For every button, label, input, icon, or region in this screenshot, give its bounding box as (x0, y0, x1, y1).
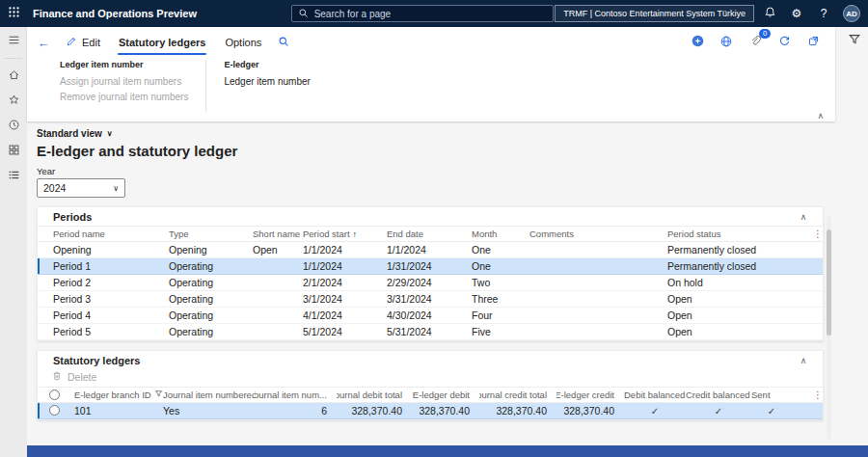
cell-last-journal-item-number: 6 (256, 405, 337, 417)
statutory-grid: E-ledger branch ID Journal item numbered… (38, 387, 823, 419)
search-input[interactable] (314, 9, 547, 19)
period-row[interactable]: Opening Opening Open 1/1/2024 1/1/2024 O… (38, 242, 823, 258)
col-short-name[interactable]: Short name (253, 228, 303, 239)
edit-button[interactable]: Edit (58, 31, 108, 54)
select-all-radio[interactable] (49, 390, 60, 400)
cell-period-name: Period 5 (53, 326, 169, 337)
app-window: Finance and Operations Preview TRMF | Co… (0, 0, 868, 457)
col-journal-debit-total[interactable]: Journal debit total (337, 390, 412, 400)
action-pane-search-button[interactable] (272, 31, 295, 54)
col-period-name[interactable]: Period name (53, 228, 169, 239)
cell-journal-debit-total: 328,370.40 (337, 405, 412, 417)
col-e-ledger-credit[interactable]: E-ledger credit (556, 390, 624, 400)
row-select-cell[interactable] (49, 405, 74, 417)
sidebar-item-workspaces[interactable] (2, 141, 25, 161)
year-field: Year 2024 ∨ (37, 166, 824, 198)
environment-badge[interactable]: TRMF | Contoso Entertainment System Türk… (555, 5, 754, 22)
delete-button[interactable]: Delete (51, 370, 96, 384)
col-journal-credit-total[interactable]: Journal credit total (479, 390, 556, 400)
col-type[interactable]: Type (169, 228, 253, 239)
statutory-grid-header: E-ledger branch ID Journal item numbered… (38, 387, 823, 403)
settings-button[interactable]: ⚙ (785, 2, 808, 25)
action-pane-tab-row: ← Edit Statutory ledgers Options (31, 29, 827, 56)
col-e-ledger-branch-id[interactable]: E-ledger branch ID (74, 390, 163, 400)
col-month[interactable]: Month (472, 228, 529, 239)
col-last-journal-item-number[interactable]: Last journal item num... (256, 390, 337, 400)
period-row[interactable]: Period 4 Operating 4/1/2024 4/30/2024 Fo… (38, 308, 823, 324)
period-row[interactable]: Period 2 Operating 2/1/2024 2/29/2024 Tw… (38, 275, 823, 291)
col-debit-balanced[interactable]: Debit balanced (624, 390, 686, 400)
col-period-start[interactable]: Period start↑ (303, 228, 387, 239)
sidebar-item-favorites[interactable] (2, 91, 25, 111)
cell-end-date: 4/30/2024 (387, 309, 472, 321)
sent-check-icon: ✓ (751, 406, 792, 417)
app-launcher-button[interactable] (0, 0, 27, 27)
select-all-column[interactable] (49, 390, 74, 400)
page-search-box[interactable] (291, 5, 554, 22)
group-ledger-item-number: Ledger item number Assign journal item n… (60, 60, 205, 112)
action-pane-icons: 0 (689, 34, 827, 51)
col-period-status[interactable]: Period status (667, 228, 803, 239)
sidebar-item-home[interactable] (2, 66, 25, 86)
copilot-button[interactable] (689, 34, 706, 51)
collapse-periods-button[interactable]: ∧ (794, 212, 813, 222)
view-selector[interactable]: Standard view ∨ (37, 126, 113, 141)
tab-label: Statutory ledgers (119, 37, 205, 48)
col-credit-balanced[interactable]: Credit balanced (686, 390, 751, 400)
cell-period-name: Period 2 (53, 277, 169, 288)
group-title: E-ledger (224, 60, 311, 69)
col-end-date[interactable]: End date (387, 228, 472, 239)
tab-options[interactable]: Options (216, 29, 270, 56)
col-e-ledger-debit[interactable]: E-ledger debit (412, 390, 479, 400)
back-button[interactable]: ← (31, 31, 56, 54)
statutory-row-selected[interactable]: 101 Yes 6 328,370.40 328,370.40 328,370.… (38, 403, 823, 419)
open-in-new-window-button[interactable] (804, 34, 822, 51)
edit-label: Edit (82, 37, 100, 48)
column-options-button[interactable]: ⋮ (792, 390, 823, 400)
column-options-button[interactable]: ⋮ (803, 228, 823, 239)
sidebar-item-modules[interactable] (2, 166, 25, 186)
horizontal-scrollbar[interactable] (27, 445, 868, 457)
debit-balanced-check-icon: ✓ (624, 406, 686, 417)
period-row-selected[interactable]: Period 1 Operating 1/1/2024 1/31/2024 On… (38, 258, 823, 275)
sidebar-item-recent[interactable] (2, 116, 25, 136)
year-combobox[interactable]: 2024 ∨ (37, 178, 125, 198)
attachments-button[interactable]: 0 (746, 34, 764, 51)
refresh-button[interactable] (775, 34, 793, 51)
col-sent[interactable]: Sent (751, 390, 792, 400)
col-journal-item-numbered[interactable]: Journal item numbered (163, 390, 256, 400)
filter-pane-button[interactable] (848, 33, 861, 49)
cell-period-status: Permanently closed (667, 260, 803, 272)
bell-icon (764, 6, 776, 21)
tab-statutory-ledgers[interactable]: Statutory ledgers (110, 29, 214, 56)
back-arrow-icon: ← (38, 36, 50, 50)
collapse-statutory-button[interactable]: ∧ (794, 356, 813, 365)
notifications-button[interactable] (758, 2, 781, 25)
copilot-icon (691, 34, 705, 51)
clock-icon (8, 119, 20, 134)
period-row[interactable]: Period 5 Operating 5/1/2024 5/31/2024 Fi… (38, 324, 823, 340)
chevron-up-icon: ∧ (800, 356, 807, 365)
periods-header: Periods ∧ (38, 207, 823, 226)
credit-balanced-check-icon: ✓ (686, 406, 751, 417)
cell-month: Five (472, 326, 529, 337)
remove-journal-item-numbers-button[interactable]: Remove journal item numbers (60, 90, 188, 105)
statutory-header: Statutory ledgers ∧ (38, 351, 823, 369)
period-row[interactable]: Period 3 Operating 3/1/2024 3/31/2024 Th… (38, 291, 823, 308)
assign-journal-item-numbers-button[interactable]: Assign journal item numbers (60, 74, 188, 90)
cell-type: Operating (169, 309, 253, 321)
cell-e-ledger-debit: 328,370.40 (412, 405, 479, 417)
ledger-item-number-button[interactable]: Ledger item number (224, 74, 311, 90)
group-e-ledger: E-ledger Ledger item number (224, 60, 328, 112)
cell-month: One (472, 244, 529, 255)
col-comments[interactable]: Comments (529, 228, 667, 239)
scrollbar-thumb[interactable] (827, 229, 831, 336)
cell-type: Operating (169, 260, 253, 272)
collapse-action-pane-button[interactable]: ∧ (817, 111, 824, 121)
avatar[interactable]: AD (843, 5, 860, 22)
row-radio[interactable] (49, 405, 60, 416)
vertical-scrollbar[interactable] (827, 216, 831, 440)
nav-expand-button[interactable] (2, 31, 25, 51)
help-button[interactable]: ? (812, 2, 835, 25)
personalization-button[interactable] (718, 34, 735, 51)
